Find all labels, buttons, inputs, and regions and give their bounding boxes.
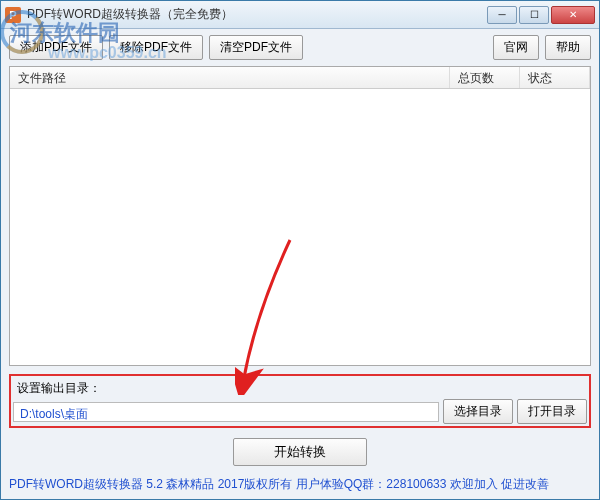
window-title: PDF转WORD超级转换器（完全免费）: [27, 6, 487, 23]
window-controls: ─ ☐ ✕: [487, 6, 595, 24]
help-button[interactable]: 帮助: [545, 35, 591, 60]
output-label: 设置输出目录：: [13, 378, 587, 399]
start-row: 开始转换: [1, 432, 599, 472]
col-header-path[interactable]: 文件路径: [10, 67, 450, 88]
remove-pdf-button[interactable]: 移除PDF文件: [109, 35, 203, 60]
clear-pdf-button[interactable]: 清空PDF文件: [209, 35, 303, 60]
list-body[interactable]: [10, 89, 590, 365]
output-row: D:\tools\桌面 选择目录 打开目录: [13, 399, 587, 424]
list-header: 文件路径 总页数 状态: [10, 67, 590, 89]
footer-text: PDF转WORD超级转换器 5.2 森林精品 2017版权所有 用户体验QQ群：…: [1, 472, 599, 497]
app-window: P PDF转WORD超级转换器（完全免费） ─ ☐ ✕ 添加PDF文件 移除PD…: [0, 0, 600, 500]
file-list: 文件路径 总页数 状态: [9, 66, 591, 366]
start-convert-button[interactable]: 开始转换: [233, 438, 367, 466]
output-section: 设置输出目录： D:\tools\桌面 选择目录 打开目录: [9, 374, 591, 428]
maximize-button[interactable]: ☐: [519, 6, 549, 24]
col-header-status[interactable]: 状态: [520, 67, 590, 88]
close-button[interactable]: ✕: [551, 6, 595, 24]
open-dir-button[interactable]: 打开目录: [517, 399, 587, 424]
toolbar: 添加PDF文件 移除PDF文件 清空PDF文件 官网 帮助: [1, 29, 599, 66]
output-path-field[interactable]: D:\tools\桌面: [13, 402, 439, 422]
app-icon: P: [5, 7, 21, 23]
minimize-button[interactable]: ─: [487, 6, 517, 24]
col-header-pages[interactable]: 总页数: [450, 67, 520, 88]
titlebar: P PDF转WORD超级转换器（完全免费） ─ ☐ ✕: [1, 1, 599, 29]
add-pdf-button[interactable]: 添加PDF文件: [9, 35, 103, 60]
official-site-button[interactable]: 官网: [493, 35, 539, 60]
choose-dir-button[interactable]: 选择目录: [443, 399, 513, 424]
